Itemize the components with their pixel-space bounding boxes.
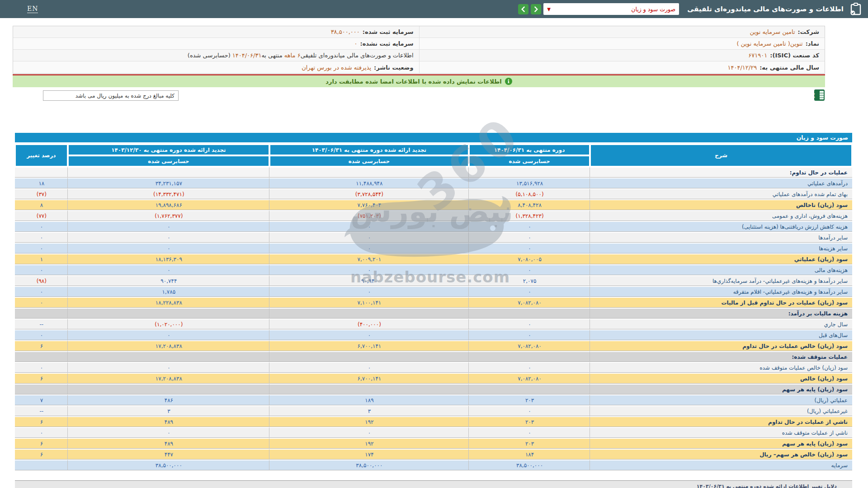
- statement-select[interactable]: صورت سود و زیان ▼: [543, 3, 679, 15]
- table-row: ناشي از عملیات متوقف شده۰۰۰۰: [15, 427, 852, 438]
- info-value: ۰: [354, 40, 357, 47]
- value-cell: ۳: [68, 405, 269, 416]
- value-cell: ۳۴,۲۳۱,۱۵۷: [68, 178, 269, 188]
- pl-table-title: صورت سود و زیان: [15, 133, 852, 142]
- value-cell: (۳,۷۲۸,۵۴۴): [269, 188, 469, 199]
- pct-change-cell: --: [15, 319, 68, 329]
- info-cell-right: کد صنعت (ISIC):۶۷۱۹۰۱: [419, 50, 825, 61]
- row-label-cell: سایر درآمدها و هزینه‌های غیرعملیاتي- درآ…: [590, 275, 852, 286]
- info-label: شرکت:: [798, 28, 819, 35]
- table-row: بهای تمام شده درآمدهای عملیاتي(۵,۱۰۸,۵۰۰…: [15, 188, 852, 199]
- value-cell: [469, 351, 590, 362]
- value-cell: ۰: [469, 264, 590, 275]
- value-cell: ۱۷۴: [269, 449, 469, 460]
- value-cell: [269, 351, 469, 362]
- value-cell: ۰: [68, 243, 269, 253]
- table-row: سال جاري۰(۴۰۰,۰۰۰)(۱,۰۲۰,۰۰۰)--: [15, 319, 852, 329]
- value-cell: (۵,۱۰۸,۵۰۰): [469, 188, 590, 199]
- pct-change-cell: [15, 460, 68, 470]
- value-cell: ۱۸,۱۳۶,۳۰۹: [68, 253, 269, 264]
- value-cell: [68, 384, 269, 394]
- value-cell: ۴۴۷: [68, 449, 269, 460]
- company-info-panel: شرکت:تامین سرمایه نوینسرمایه ثبت شده:۳۸,…: [13, 26, 825, 74]
- value-cell: (۱۴,۳۳۲,۴۷۱): [68, 188, 269, 199]
- info-cell-left: سرمایه ثبت نشده:۰: [13, 38, 419, 49]
- table-row: سود (زیان) خالص عملیات در حال تداوم۷,۰۸۲…: [15, 340, 852, 351]
- table-row: سود (زیان) خالص هر سهم– ریال۱۸۴۱۷۴۴۴۷۶: [15, 449, 852, 460]
- pl-table-head: شرح دوره منتهی به ۱۴۰۴/۰۶/۳۱ تجدید ارائه…: [15, 144, 852, 167]
- value-cell: [68, 167, 269, 178]
- value-cell: ۸,۴۰۸,۴۲۸: [469, 199, 590, 210]
- pct-change-cell: ۰: [15, 297, 68, 308]
- row-label-cell: عملیات در حال تداوم:: [590, 167, 852, 178]
- table-row: سود (زیان) خالص عملیات متوقف شده۰۰۰۰: [15, 362, 852, 373]
- prev-statement-button[interactable]: [518, 4, 528, 14]
- row-label-cell: غیرعملیاتي (ریال): [590, 405, 852, 416]
- row-label-cell: سود (زیان) ناخالص: [590, 199, 852, 210]
- row-label-cell: سود (زیان) عملیات در حال تداوم قبل از ما…: [590, 297, 852, 308]
- table-row: سود (زیان) پایه هر سهم۲۰۳۱۹۲۴۸۹۶: [15, 438, 852, 449]
- value-cell: ۷,۰۸۲,۰۸۰: [469, 297, 590, 308]
- value-cell: ۲۰۳: [469, 394, 590, 405]
- value-cell: ۷,۰۸۲,۰۸۰: [469, 340, 590, 351]
- table-row: سود (زیان) ناخالص۸,۴۰۸,۴۲۸۷,۷۶۰,۴۰۴۱۹,۸۹…: [15, 199, 852, 210]
- next-statement-button[interactable]: [531, 4, 541, 14]
- col-header-restated-mid: تجدید ارائه شده دوره منتهی به ۱۴۰۳/۰۶/۳۱: [269, 144, 469, 155]
- page-title: اطلاعات و صورت‌های مالی میاندوره‌ای تلفی…: [687, 5, 844, 13]
- row-label-cell: سایر هزینه‌ها: [590, 243, 852, 253]
- row-label-cell: سود (زیان) خالص: [590, 373, 852, 384]
- table-row: هزینه‌های مالی۰۰۰۰: [15, 264, 852, 275]
- pct-change-cell: ۶: [15, 438, 68, 449]
- value-cell: ۰: [469, 286, 590, 297]
- pct-change-cell: ۷: [15, 394, 68, 405]
- value-cell: ۷,۰۸۰,۰۰۵: [469, 253, 590, 264]
- info-text-part: منتهی به: [261, 52, 282, 59]
- row-label-cell: سال جاري: [590, 319, 852, 329]
- excel-export-icon[interactable]: X: [814, 89, 825, 101]
- value-cell: [269, 308, 469, 319]
- col-header-pct-change: درصد تغییر: [15, 144, 68, 167]
- value-cell: ۲۰۳: [469, 416, 590, 427]
- value-cell: ۰: [269, 221, 469, 232]
- table-row: سود (زیان) خالص۷,۰۸۲,۰۸۰۶,۷۰۰,۱۴۱۱۷,۲۰۸,…: [15, 373, 852, 384]
- value-cell: ۰: [269, 232, 469, 243]
- pct-change-cell: ۰: [15, 286, 68, 297]
- value-cell: ۰: [469, 329, 590, 340]
- pct-change-cell: ۶: [15, 449, 68, 460]
- row-label-cell: هزینه‌های مالی: [590, 264, 852, 275]
- col-header-desc: شرح: [590, 144, 852, 167]
- table-row: سایر درآمدها و هزینه‌های غیرعملیاتي- اقل…: [15, 286, 852, 297]
- value-cell: (۱,۳۲۸,۴۲۳): [469, 210, 590, 221]
- value-cell: (۴۰۰,۰۰۰): [269, 319, 469, 329]
- pct-change-cell: ۶: [15, 340, 68, 351]
- value-cell: ۲,۰۷۵: [469, 275, 590, 286]
- row-label-cell: سود (زیان) پایه هر سهم: [590, 438, 852, 449]
- value-cell: [269, 167, 469, 178]
- section-row: هزینه مالیات بر درآمد:: [15, 308, 852, 319]
- signed-match-bar: i اطلاعات نمایش داده شده با اطلاعات امضا…: [13, 75, 825, 87]
- info-value: تنوین( تامین سرمایه نوین ): [736, 40, 802, 47]
- pct-change-cell: ۱: [15, 253, 68, 264]
- value-cell: (۷۵۱,۲۰۳): [269, 210, 469, 221]
- value-cell: ۱۹۲: [269, 438, 469, 449]
- caret-down-icon: ▼: [547, 7, 551, 12]
- value-cell: ۰: [469, 362, 590, 373]
- language-toggle-en[interactable]: EN: [27, 5, 38, 13]
- info-text-part: ۱۴۰۴/۰۶/۳۱: [232, 52, 262, 59]
- value-cell: ۰: [68, 221, 269, 232]
- value-cell: ۱۷,۲۰۸,۸۳۸: [68, 340, 269, 351]
- value-cell: ۰: [469, 243, 590, 253]
- value-cell: ۰: [269, 243, 469, 253]
- info-label: نماد:: [806, 40, 819, 47]
- pct-change-cell: [15, 167, 68, 178]
- value-cell: ۰: [269, 329, 469, 340]
- table-row: سایر درآمدها و هزینه‌های غیرعملیاتي- درآ…: [15, 275, 852, 286]
- value-cell: ۳: [269, 405, 469, 416]
- value-cell: ۷,۰۸۲,۰۸۰: [469, 373, 590, 384]
- page: اطلاعات و صورت‌های مالی میاندوره‌ای تلفی…: [0, 0, 868, 488]
- section-row: عملیات در حال تداوم:: [15, 167, 852, 178]
- info-text-part: (حسابرسی شده): [188, 52, 231, 59]
- info-value: پذیرفته شده در بورس تهران: [302, 64, 371, 71]
- row-label-cell: سایر درآمدها: [590, 232, 852, 243]
- row-label-cell: هزینه‌های فروش، اداری و عمومی: [590, 210, 852, 221]
